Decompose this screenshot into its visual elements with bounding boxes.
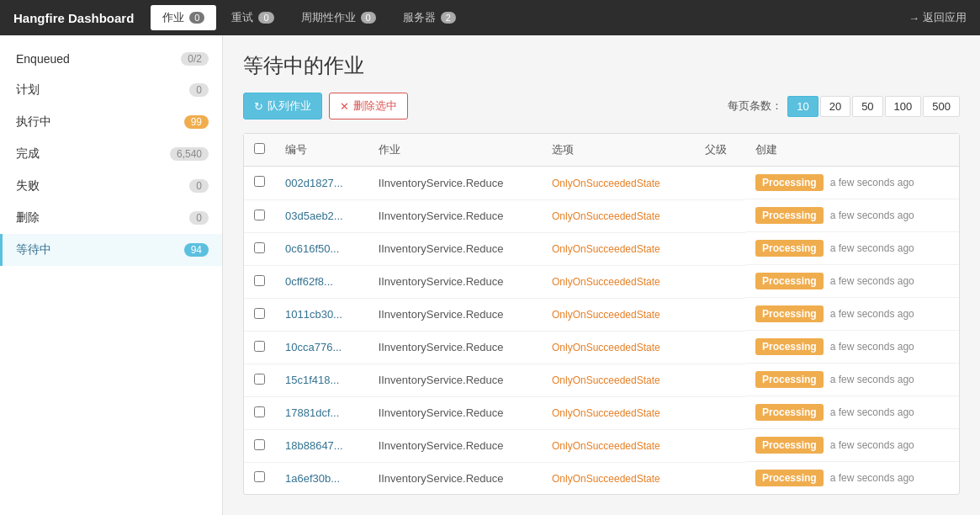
row-state-time-cell: Processing a few seconds ago xyxy=(745,331,959,364)
per-page-10[interactable]: 10 xyxy=(787,96,818,117)
jobs-table: 编号 作业 选项 父级 创建 002d1827... IInventorySer… xyxy=(244,134,959,494)
row-checkbox[interactable] xyxy=(254,471,265,482)
job-method: IInventoryService.Reduce xyxy=(379,275,504,288)
row-state-time-cell: Processing a few seconds ago xyxy=(745,364,959,396)
row-method-cell: IInventoryService.Reduce xyxy=(368,298,542,331)
row-state-time-cell: Processing a few seconds ago xyxy=(745,396,959,429)
back-button[interactable]: → 返回应用 xyxy=(908,10,967,25)
sidebar-item-enqueued-badge: 0/2 xyxy=(181,52,209,66)
row-checkbox[interactable] xyxy=(254,308,265,319)
row-state-time-cell: Processing a few seconds ago xyxy=(745,462,959,494)
row-checkbox-cell xyxy=(244,429,275,462)
row-checkbox-cell xyxy=(244,298,275,331)
job-id-link[interactable]: 10cca776... xyxy=(285,341,342,353)
row-option-cell: OnlyOnSucceededState xyxy=(542,331,695,364)
table-row: 18b88647... IInventoryService.Reduce Onl… xyxy=(244,429,959,462)
row-id-cell: 0c616f50... xyxy=(275,232,368,265)
per-page-20[interactable]: 20 xyxy=(820,96,850,117)
job-id-link[interactable]: 0c616f50... xyxy=(285,242,339,255)
job-id-link[interactable]: 18b88647... xyxy=(285,439,343,452)
row-checkbox[interactable] xyxy=(254,275,265,286)
job-method: IInventoryService.Reduce xyxy=(379,374,504,386)
job-state-badge: Processing xyxy=(755,174,824,191)
row-method-cell: IInventoryService.Reduce xyxy=(368,396,542,429)
row-checkbox-cell xyxy=(244,232,275,265)
row-checkbox[interactable] xyxy=(254,242,265,253)
select-all-header xyxy=(244,134,275,167)
back-label: 返回应用 xyxy=(923,10,967,25)
job-id-link[interactable]: 0cff62f8... xyxy=(285,275,333,288)
job-option: OnlyOnSucceededState xyxy=(552,178,660,189)
row-checkbox-cell xyxy=(244,462,275,494)
row-checkbox-cell xyxy=(244,396,275,429)
main-content: 等待中的作业 ↻ 队列作业 ✕ 删除选中 每页条数： 10 20 50 xyxy=(223,35,980,515)
job-option: OnlyOnSucceededState xyxy=(552,440,660,452)
job-state-badge: Processing xyxy=(755,437,824,454)
job-state-badge: Processing xyxy=(755,273,824,289)
row-id-cell: 1a6ef30b... xyxy=(275,462,368,494)
row-checkbox[interactable] xyxy=(254,341,265,352)
job-id-link[interactable]: 03d5aeb2... xyxy=(285,210,343,222)
sidebar-item-awaiting[interactable]: 等待中 94 xyxy=(0,234,222,266)
nav-item-servers[interactable]: 服务器 2 xyxy=(391,5,468,30)
row-checkbox[interactable] xyxy=(254,374,265,385)
row-checkbox[interactable] xyxy=(254,176,265,187)
sidebar-item-deleted[interactable]: 删除 0 xyxy=(0,202,222,234)
nav-item-jobs[interactable]: 作业 0 xyxy=(151,5,216,30)
job-id-link[interactable]: 17881dcf... xyxy=(285,406,339,419)
delete-selected-button[interactable]: ✕ 删除选中 xyxy=(329,93,408,119)
sidebar-item-scheduled-label: 计划 xyxy=(16,82,40,98)
topnav: Hangfire Dashboard 作业 0 重试 0 周期性作业 0 服务器… xyxy=(0,0,980,35)
topnav-right: → 返回应用 xyxy=(908,10,967,25)
job-method: IInventoryService.Reduce xyxy=(379,439,504,452)
per-page-50[interactable]: 50 xyxy=(852,96,882,117)
sidebar-item-scheduled[interactable]: 计划 0 xyxy=(0,74,222,106)
job-id-link[interactable]: 1011cb30... xyxy=(285,308,342,321)
job-time: a few seconds ago xyxy=(830,177,914,188)
nav-item-recurring-label: 周期性作业 xyxy=(301,10,356,25)
row-id-cell: 18b88647... xyxy=(275,429,368,462)
sidebar-item-succeeded[interactable]: 完成 6,540 xyxy=(0,138,222,170)
row-option-cell: OnlyOnSucceededState xyxy=(542,167,695,200)
job-time: a few seconds ago xyxy=(830,210,914,221)
row-option-cell: OnlyOnSucceededState xyxy=(542,232,695,265)
job-id-link[interactable]: 15c1f418... xyxy=(285,374,339,386)
per-page-500[interactable]: 500 xyxy=(923,96,960,117)
sidebar-item-enqueued[interactable]: Enqueued 0/2 xyxy=(0,44,222,74)
toolbar: ↻ 队列作业 ✕ 删除选中 每页条数： 10 20 50 100 500 xyxy=(243,93,960,119)
nav-item-recurring[interactable]: 周期性作业 0 xyxy=(289,5,388,30)
row-state-time-cell: Processing a few seconds ago xyxy=(745,167,959,199)
row-parent-cell xyxy=(695,364,745,396)
enqueue-label: 队列作业 xyxy=(268,98,311,114)
brand: Hangfire Dashboard xyxy=(13,11,134,25)
table-row: 15c1f418... IInventoryService.Reduce Onl… xyxy=(244,364,959,396)
row-method-cell: IInventoryService.Reduce xyxy=(368,232,542,265)
job-id-link[interactable]: 1a6ef30b... xyxy=(285,472,340,485)
sidebar-item-failed[interactable]: 失败 0 xyxy=(0,170,222,202)
nav-item-retry[interactable]: 重试 0 xyxy=(220,5,285,30)
per-page-100[interactable]: 100 xyxy=(885,96,922,117)
sidebar-item-processing[interactable]: 执行中 99 xyxy=(0,106,222,138)
nav-item-servers-label: 服务器 xyxy=(403,10,436,25)
row-option-cell: OnlyOnSucceededState xyxy=(542,265,695,298)
job-time: a few seconds ago xyxy=(830,242,914,254)
row-state-time-cell: Processing a few seconds ago xyxy=(745,199,959,232)
delete-label: 删除选中 xyxy=(353,98,397,114)
nav-item-retry-badge: 0 xyxy=(258,12,273,24)
job-method: IInventoryService.Reduce xyxy=(379,242,504,255)
select-all-checkbox[interactable] xyxy=(254,143,265,154)
sidebar-item-deleted-label: 删除 xyxy=(16,210,40,226)
row-checkbox[interactable] xyxy=(254,439,265,450)
table-row: 1011cb30... IInventoryService.Reduce Onl… xyxy=(244,298,959,331)
row-state-time-cell: Processing a few seconds ago xyxy=(745,298,959,331)
row-option-cell: OnlyOnSucceededState xyxy=(542,429,695,462)
job-id-link[interactable]: 002d1827... xyxy=(285,177,343,189)
job-time: a few seconds ago xyxy=(830,472,914,484)
row-state-time-cell: Processing a few seconds ago xyxy=(745,232,959,265)
table-row: 0cff62f8... IInventoryService.Reduce Onl… xyxy=(244,265,959,298)
row-checkbox[interactable] xyxy=(254,406,265,417)
job-option: OnlyOnSucceededState xyxy=(552,374,660,386)
enqueue-button[interactable]: ↻ 队列作业 xyxy=(243,93,322,119)
sidebar-item-failed-label: 失败 xyxy=(16,178,40,194)
row-checkbox[interactable] xyxy=(254,210,265,220)
